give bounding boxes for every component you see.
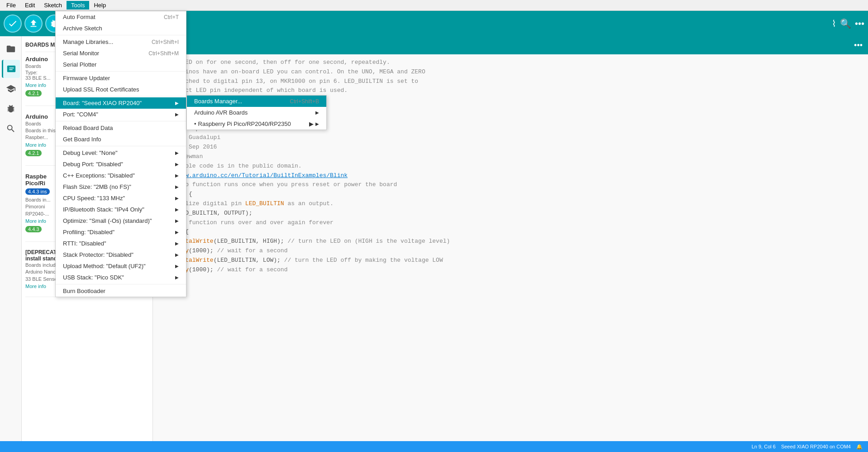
menu-auto-format[interactable]: Auto Format Ctrl+T (56, 11, 186, 23)
menu-usb-stack[interactable]: USB Stack: "Pico SDK" (56, 272, 186, 283)
menu-upload-ssl[interactable]: Upload SSL Root Certificates (56, 84, 186, 95)
code-line: attached to digital pin 13, on MKR1000 o… (153, 77, 868, 87)
menu-tools[interactable]: Tools (67, 1, 89, 10)
code-line: ed 8 Sep 2016 (153, 143, 868, 152)
menu-serial-plotter[interactable]: Serial Plotter (56, 59, 186, 70)
bell-icon[interactable]: 🔔 (856, 444, 863, 450)
menu-reload-board[interactable]: Reload Board Data (56, 122, 186, 134)
serial-monitor-button[interactable]: ⌇ (832, 18, 836, 29)
more-icon[interactable]: ••• (854, 41, 863, 50)
toolbar-right: ⌇ 🔍 ••• (832, 18, 864, 29)
search-button[interactable]: 🔍 (840, 18, 851, 29)
more-info-link[interactable]: More info (25, 284, 46, 289)
code-line: //www.arduino.cc/en/Tutorial/BuiltInExam… (153, 171, 868, 181)
sidebar-item-libraries[interactable] (2, 80, 20, 98)
menu-optimize[interactable]: Optimize: "Small (-Os) (standard)" (56, 215, 186, 226)
code-line-38: 38 (153, 284, 868, 293)
submenu-rpi-pico[interactable]: •Raspberry Pi Pico/RP2040/RP2350 ▶ (187, 118, 326, 130)
menu-upload-method[interactable]: Upload Method: "Default (UF2)" (56, 260, 186, 272)
submenu-arduino-avr[interactable]: Arduino AVR Boards (187, 107, 326, 118)
menu-get-board-info[interactable]: Get Board Info (56, 134, 186, 145)
verify-button[interactable] (4, 14, 22, 33)
more-info-link[interactable]: More info (25, 142, 46, 148)
code-line: up() { (153, 190, 868, 199)
code-line: itialize digital pin LED_BUILTIN as an o… (153, 199, 868, 209)
sidebar-item-boards[interactable] (2, 60, 20, 78)
code-line: example code is in the public domain. (153, 162, 868, 171)
code-line: loop function runs over and over again f… (153, 218, 868, 228)
menu-sep (56, 96, 186, 96)
more-info-link[interactable]: More info (25, 218, 46, 224)
menu-help[interactable]: Help (89, 1, 110, 10)
menu-bar: File Edit Sketch Tools Help (0, 0, 868, 11)
code-line: p() { (153, 227, 868, 237)
more-options-button[interactable]: ••• (855, 18, 864, 29)
menu-sep (56, 284, 186, 284)
menu-debug-level[interactable]: Debug Level: "None" (56, 147, 186, 159)
tools-dropdown: Auto Format Ctrl+T Archive Sketch Manage… (55, 11, 186, 297)
code-line: e(LED_BUILTIN, OUTPUT); (153, 209, 868, 218)
menu-sketch[interactable]: Sketch (39, 1, 67, 10)
sidebar-item-sketchbook[interactable] (2, 40, 20, 58)
code-line-36: 36 delay(1000); // wait for a second (153, 265, 868, 275)
board-version: 4.4.3 (25, 226, 42, 232)
code-line: setup function runs once when you press … (153, 180, 868, 190)
menu-firmware-updater[interactable]: Firmware Updater (56, 72, 186, 84)
code-line-37: 37} (153, 274, 868, 284)
menu-edit[interactable]: Edit (20, 1, 39, 10)
menu-manage-libraries[interactable]: Manage Libraries... Ctrl+Shift+I (56, 36, 186, 48)
board-version: 4.2.1 (25, 90, 42, 96)
sidebar (0, 36, 22, 441)
menu-sep (56, 146, 186, 146)
code-line: orrect LED pin independent of which boar… (153, 86, 868, 96)
menu-ip-bluetooth[interactable]: IP/Bluetooth Stack: "IPv4 Only" (56, 204, 186, 215)
menu-flash-size[interactable]: Flash Size: "2MB (no FS)" (56, 181, 186, 192)
upload-button[interactable] (24, 14, 43, 33)
menu-debug-port[interactable]: Debug Port: "Disabled" (56, 159, 186, 170)
status-position: Ln 9, Col 6 (752, 444, 776, 449)
code-line-35: 35 digitalWrite(LED_BUILTIN, LOW); // tu… (153, 256, 868, 265)
menu-archive-sketch[interactable]: Archive Sketch (56, 23, 186, 34)
code-header: ••• (153, 36, 868, 54)
menu-file[interactable]: File (2, 1, 20, 10)
board-version: 4.2.1 (25, 150, 42, 156)
menu-stack-protector[interactable]: Stack Protector: "Disabled" (56, 249, 186, 260)
menu-profiling[interactable]: Profiling: "Disabled" (56, 226, 186, 238)
code-line: Arduinos have an on-board LED you can co… (153, 67, 868, 77)
board-version-installed: 4.4.3 ins (25, 188, 50, 195)
code-line: by Newman (153, 152, 868, 162)
menu-burn-bootloader[interactable]: Burn Bootloader (56, 285, 186, 297)
code-content: an LED on for one second, then off for o… (153, 54, 868, 296)
menu-cpp-exceptions[interactable]: C++ Exceptions: "Disabled" (56, 170, 186, 181)
menu-sep (56, 35, 186, 35)
boards-submenu: Boards Manager... Ctrl+Shift+B Arduino A… (186, 95, 327, 130)
menu-sep (56, 121, 186, 121)
status-board: Seeed XIAO RP2040 on COM4 (781, 444, 851, 449)
code-line: an LED on for one second, then off for o… (153, 58, 868, 67)
code-line: turo Guadalupi (153, 133, 868, 143)
code-line-33: 33 digitalWrite(LED_BUILTIN, HIGH); // t… (153, 237, 868, 246)
submenu-boards-manager[interactable]: Boards Manager... Ctrl+Shift+B (187, 96, 326, 107)
sidebar-item-debug[interactable] (2, 100, 20, 118)
more-info-link[interactable]: More info (25, 82, 46, 88)
menu-board[interactable]: Board: "Seeed XIAO RP2040" (56, 97, 186, 109)
sidebar-item-search[interactable] (2, 120, 20, 138)
menu-sep (56, 71, 186, 72)
menu-rtti[interactable]: RTTI: "Disabled" (56, 238, 186, 249)
menu-serial-monitor[interactable]: Serial Monitor Ctrl+Shift+M (56, 48, 186, 59)
code-line-34: 34 delay(1000); // wait for a second (153, 246, 868, 256)
menu-port[interactable]: Port: "COM4" (56, 109, 186, 120)
status-bar: Ln 9, Col 6 Seeed XIAO RP2040 on COM4 🔔 (0, 441, 868, 452)
menu-cpu-speed[interactable]: CPU Speed: "133 MHz" (56, 192, 186, 204)
